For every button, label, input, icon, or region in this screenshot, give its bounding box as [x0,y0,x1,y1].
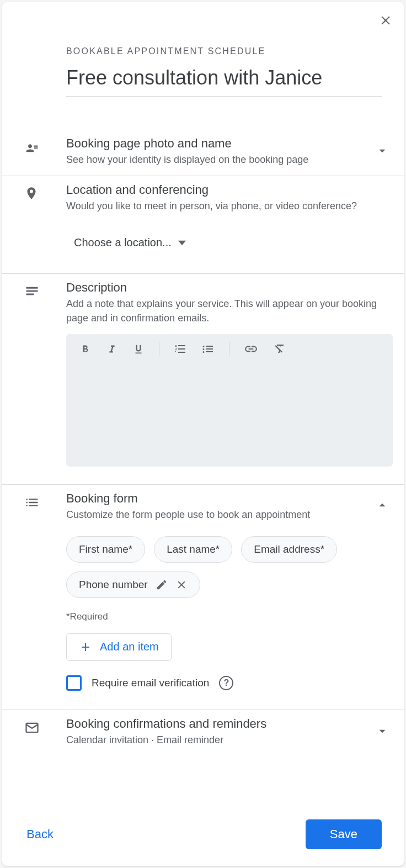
required-note: *Required [66,611,393,622]
link-button[interactable] [244,342,258,356]
verify-email-checkbox[interactable] [66,675,82,691]
location-dropdown-label: Choose a location... [74,236,172,249]
description-sub: Add a note that explains your service. T… [66,297,393,325]
remove-phone-button[interactable] [175,579,188,591]
bulleted-list-button[interactable] [201,342,215,356]
chevron-down-icon [375,724,389,738]
chevron-down-icon [375,144,389,158]
form-sub: Customize the form people use to book an… [66,508,310,522]
italic-button[interactable] [106,343,118,355]
location-heading: Location and conferencing [66,183,393,197]
verify-email-row: Require email verification ? [66,675,393,691]
close-button[interactable] [378,13,393,30]
numbered-list-icon [174,342,187,356]
toolbar-separator [159,342,159,356]
title-input[interactable] [66,66,382,97]
header: BOOKABLE APPOINTMENT SCHEDULE [2,2,404,97]
link-icon [244,342,258,356]
editor-toolbar [66,334,393,364]
confirmations-heading: Booking confirmations and reminders [66,717,266,731]
toolbar-separator [229,342,229,356]
footer: Back Save [2,808,404,866]
chip-label: Phone number [79,579,148,591]
expand-confirmations-button[interactable] [372,721,393,744]
verify-email-help[interactable]: ? [219,676,233,690]
add-item-button[interactable]: Add an item [66,633,172,661]
section-booking-form: Booking form Customize the form people u… [2,485,404,710]
notes-icon [24,280,66,475]
underline-button[interactable] [132,343,145,355]
section-location: Location and conferencing Would you like… [2,176,404,274]
bold-icon [79,343,92,355]
content: Booking page photo and name See how your… [2,97,404,808]
add-item-label: Add an item [100,641,159,653]
pencil-icon [156,579,168,591]
chip-first-name[interactable]: First name* [66,536,145,563]
chip-last-name[interactable]: Last name* [154,536,232,563]
edit-phone-button[interactable] [156,579,168,591]
numbered-list-button[interactable] [174,342,187,356]
save-button[interactable]: Save [306,819,382,849]
form-heading: Booking form [66,491,310,506]
photo-heading: Booking page photo and name [66,136,308,151]
chevron-up-icon [375,498,389,512]
location-dropdown[interactable]: Choose a location... [66,213,393,264]
mail-icon [24,717,66,747]
clear-formatting-button[interactable] [273,342,286,356]
close-icon [378,13,393,28]
location-sub: Would you like to meet in person, via ph… [66,199,393,213]
underline-icon [132,343,145,355]
section-confirmations: Booking confirmations and reminders Cale… [2,710,404,756]
photo-sub: See how your identity is displayed on th… [66,153,308,167]
form-field-chips: First name* Last name* Email address* Ph… [66,536,393,598]
italic-icon [106,343,118,355]
form-list-icon [24,491,66,701]
clear-format-icon [273,342,286,356]
dropdown-caret-icon [178,239,186,247]
chip-label: Last name* [167,543,220,555]
plus-icon [79,641,92,654]
confirmations-sub: Calendar invitation · Email reminder [66,733,266,747]
verify-email-label: Require email verification [92,677,209,689]
back-button[interactable]: Back [26,827,54,841]
description-editor[interactable] [66,334,393,467]
chip-label: Email address* [254,543,324,555]
chip-email[interactable]: Email address* [241,536,337,563]
appointment-schedule-dialog: BOOKABLE APPOINTMENT SCHEDULE Booking pa… [2,2,404,866]
close-icon [175,579,188,591]
section-photo: Booking page photo and name See how your… [2,130,404,176]
person-badge-icon [24,136,66,167]
chip-phone[interactable]: Phone number [66,571,200,598]
expand-photo-button[interactable] [372,140,393,163]
section-description: Description Add a note that explains you… [2,274,404,484]
bold-button[interactable] [79,343,92,355]
overline-label: BOOKABLE APPOINTMENT SCHEDULE [66,46,382,56]
chip-label: First name* [79,543,132,555]
description-heading: Description [66,280,393,295]
bulleted-list-icon [201,342,215,356]
collapse-form-button[interactable] [372,495,393,518]
location-pin-icon [24,183,66,264]
